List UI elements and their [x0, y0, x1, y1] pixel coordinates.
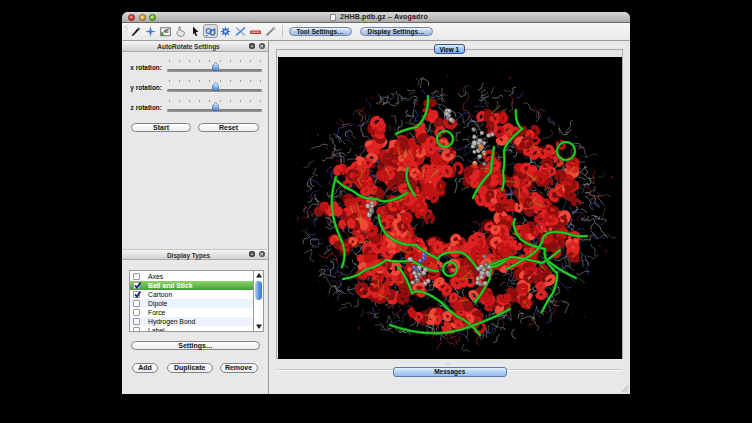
svg-text:90: 90 — [164, 29, 168, 33]
